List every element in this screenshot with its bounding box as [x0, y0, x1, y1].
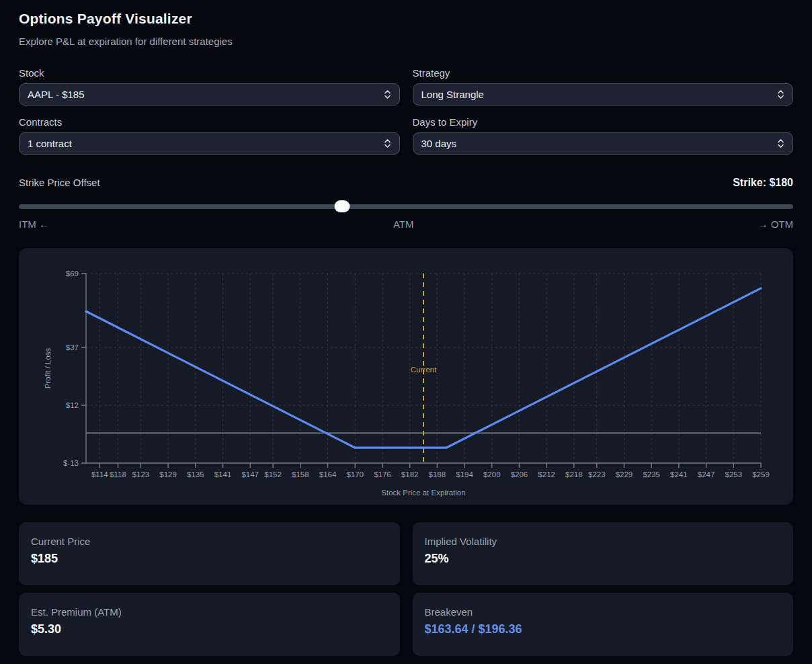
- strike-slider-header: Strike Price Offset Strike: $180: [19, 177, 793, 189]
- svg-text:$12: $12: [66, 401, 79, 409]
- implied-volatility-card: Implied Volatility 25%: [413, 522, 794, 585]
- est-premium-label: Est. Premium (ATM): [31, 606, 388, 618]
- stock-select-value: AAPL - $185: [28, 89, 85, 100]
- svg-text:$123: $123: [132, 470, 150, 479]
- svg-text:$241: $241: [670, 470, 688, 479]
- strike-value: Strike: $180: [733, 177, 793, 189]
- svg-text:$69: $69: [66, 269, 79, 278]
- options-payoff-visualizer: Options Payoff Visualizer Explore P&L at…: [0, 0, 812, 656]
- payoff-chart: $69$37$12$-13$114$118$123$129$135$141$14…: [19, 248, 793, 505]
- atm-label: ATM: [393, 218, 414, 230]
- stock-select[interactable]: AAPL - $185: [19, 83, 400, 106]
- strategy-field: Strategy Long Strangle: [413, 67, 794, 106]
- breakeven-value: $163.64 / $196.36: [425, 622, 782, 636]
- current-price-marker: Current: [411, 274, 437, 463]
- implied-volatility-value: 25%: [425, 552, 782, 566]
- select-chevron-icon: [777, 89, 784, 99]
- svg-text:$158: $158: [292, 470, 309, 479]
- controls-grid: Stock AAPL - $185 Strategy Long Strangle…: [19, 67, 793, 155]
- select-chevron-icon: [777, 138, 784, 149]
- y-axis-title: Profit / Loss: [44, 347, 52, 388]
- strategy-label: Strategy: [413, 67, 794, 79]
- svg-text:$247: $247: [698, 470, 715, 479]
- breakeven-label: Breakeven: [425, 606, 782, 618]
- stock-field: Stock AAPL - $185: [19, 67, 400, 106]
- strategy-select-value: Long Strangle: [421, 89, 484, 100]
- days-to-expiry-field: Days to Expiry 30 days: [413, 116, 794, 155]
- slider-range-labels: ITM ← ATM → OTM: [19, 218, 793, 230]
- implied-volatility-label: Implied Volatility: [425, 536, 782, 547]
- svg-text:$218: $218: [565, 470, 583, 479]
- x-axis-title: Stock Price at Expiration: [381, 489, 465, 497]
- contracts-field: Contracts 1 contract: [19, 116, 400, 155]
- current-price-label: Current Price: [31, 536, 388, 547]
- svg-text:$206: $206: [511, 470, 528, 479]
- current-price-value: $185: [31, 552, 388, 566]
- days-to-expiry-label: Days to Expiry: [413, 116, 794, 128]
- current-price-card: Current Price $185: [19, 522, 400, 585]
- svg-text:$37: $37: [66, 343, 79, 351]
- stats-grid: Current Price $185 Implied Volatility 25…: [19, 522, 793, 656]
- slider-track[interactable]: [19, 204, 793, 209]
- strike-slider: [19, 200, 793, 212]
- otm-label: → OTM: [758, 218, 794, 230]
- contracts-select-value: 1 contract: [28, 138, 72, 149]
- svg-text:$176: $176: [374, 470, 391, 479]
- stock-label: Stock: [19, 67, 400, 79]
- breakeven-card: Breakeven $163.64 / $196.36: [413, 593, 794, 656]
- select-chevron-icon: [384, 138, 391, 149]
- svg-text:$212: $212: [538, 470, 555, 479]
- slider-thumb[interactable]: [334, 200, 350, 212]
- contracts-select[interactable]: 1 contract: [19, 132, 400, 155]
- svg-text:$-13: $-13: [63, 459, 79, 467]
- contracts-label: Contracts: [19, 116, 400, 128]
- svg-text:$170: $170: [346, 470, 364, 479]
- est-premium-value: $5.30: [31, 622, 388, 636]
- payoff-chart-panel: $69$37$12$-13$114$118$123$129$135$141$14…: [19, 248, 793, 505]
- svg-text:$118: $118: [110, 470, 126, 479]
- svg-text:$194: $194: [456, 470, 473, 479]
- svg-text:$141: $141: [214, 470, 232, 479]
- svg-text:$152: $152: [264, 470, 282, 479]
- strike-slider-label: Strike Price Offset: [19, 177, 100, 188]
- svg-text:$182: $182: [401, 470, 419, 479]
- svg-text:$147: $147: [241, 470, 259, 479]
- svg-text:$135: $135: [187, 470, 204, 479]
- svg-text:$223: $223: [588, 470, 606, 479]
- svg-text:$253: $253: [725, 470, 743, 479]
- svg-text:$229: $229: [616, 470, 633, 479]
- select-chevron-icon: [384, 89, 391, 99]
- svg-text:$129: $129: [159, 470, 177, 479]
- days-to-expiry-select[interactable]: 30 days: [413, 132, 794, 155]
- svg-text:$235: $235: [643, 470, 660, 479]
- page-title: Options Payoff Visualizer: [19, 11, 793, 27]
- svg-text:$188: $188: [429, 470, 446, 479]
- svg-text:$200: $200: [483, 470, 501, 479]
- svg-text:$114: $114: [91, 470, 108, 479]
- svg-text:$164: $164: [319, 470, 337, 479]
- strategy-select[interactable]: Long Strangle: [413, 83, 794, 106]
- current-price-label: Current: [411, 366, 437, 374]
- est-premium-card: Est. Premium (ATM) $5.30: [19, 593, 400, 656]
- page-subtitle: Explore P&L at expiration for different …: [19, 36, 793, 47]
- itm-label: ITM ←: [19, 218, 49, 230]
- days-to-expiry-select-value: 30 days: [421, 138, 457, 149]
- svg-text:$259: $259: [752, 470, 770, 479]
